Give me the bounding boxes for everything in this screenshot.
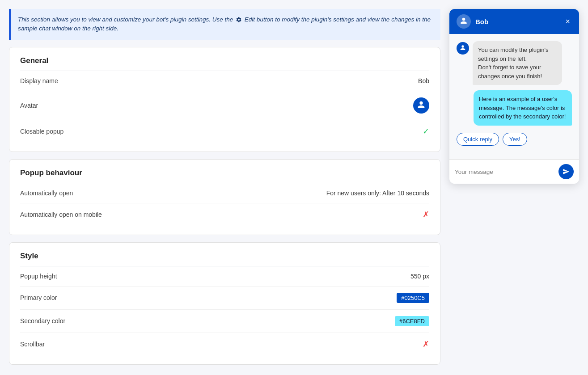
bot-small-icon (459, 45, 466, 52)
chat-header-avatar (457, 14, 471, 29)
closable-popup-label: Closable popup (20, 128, 340, 135)
primary-color-row: Primary color #0250C5 (20, 287, 429, 310)
chat-widget: Bob × You can modify the plugin's settin… (449, 9, 579, 184)
quick-replies: Quick reply Yes! (457, 131, 572, 149)
popup-behaviour-card: Popup behaviour Automatically open For n… (9, 159, 440, 235)
chat-input[interactable] (455, 169, 555, 175)
right-panel: Bob × You can modify the plugin's settin… (449, 9, 579, 365)
secondary-color-badge: #6CE8FD (395, 316, 429, 326)
auto-open-label: Automatically open (20, 190, 326, 197)
primary-color-label: Primary color (20, 294, 340, 301)
display-name-value: Bob (340, 77, 429, 84)
auto-open-mobile-row: Automatically open on mobile ✗ (20, 203, 429, 226)
bot-avatar-small (457, 42, 469, 55)
popup-height-row: Popup height 550 px (20, 266, 429, 287)
display-name-label: Display name (20, 77, 340, 84)
secondary-color-row: Secondary color #6CE8FD (20, 310, 429, 333)
send-icon (563, 168, 570, 175)
general-title: General (20, 56, 429, 71)
x-icon-scrollbar: ✗ (423, 339, 429, 349)
secondary-color-value: #6CE8FD (340, 316, 429, 326)
send-button[interactable] (558, 164, 574, 179)
avatar (413, 97, 429, 114)
chat-header: Bob × (449, 9, 579, 34)
bot-icon (416, 101, 426, 110)
chat-close-button[interactable]: × (563, 17, 572, 26)
auto-open-row: Automatically open For new users only: A… (20, 183, 429, 203)
closable-popup-row: Closable popup ✓ (20, 120, 429, 143)
popup-behaviour-title: Popup behaviour (20, 169, 429, 183)
secondary-color-label: Secondary color (20, 317, 340, 324)
popup-height-value: 550 px (340, 273, 429, 280)
quick-reply-button-1[interactable]: Quick reply (457, 133, 499, 146)
primary-color-badge: #0250C5 (397, 293, 429, 303)
display-name-row: Display name Bob (20, 71, 429, 91)
general-card: General Display name Bob Avatar (9, 47, 440, 152)
avatar-label: Avatar (20, 102, 340, 109)
info-banner: This section allows you to view and cust… (9, 9, 440, 40)
chat-header-name: Bob (475, 18, 559, 25)
bot-message-row-1: You can modify the plugin's settings on … (457, 41, 572, 85)
popup-height-label: Popup height (20, 273, 340, 280)
gear-icon (236, 17, 242, 23)
banner-text: This section allows you to view and cust… (18, 16, 431, 32)
style-title: Style (20, 252, 429, 266)
scrollbar-value: ✗ (340, 339, 429, 349)
chat-header-bot-icon (459, 17, 468, 26)
scrollbar-label: Scrollbar (20, 341, 340, 348)
style-card: Style Popup height 550 px Primary color … (9, 242, 440, 365)
avatar-row: Avatar (20, 91, 429, 120)
chat-input-row (449, 159, 579, 184)
quick-reply-button-2[interactable]: Yes! (503, 133, 527, 146)
auto-open-mobile-label: Automatically open on mobile (20, 211, 340, 218)
auto-open-mobile-value: ✗ (340, 210, 429, 219)
chat-messages: You can modify the plugin's settings on … (449, 34, 579, 159)
primary-color-value: #0250C5 (340, 293, 429, 303)
scrollbar-row: Scrollbar ✗ (20, 333, 429, 355)
user-bubble: Here is an example of a user's message. … (474, 90, 572, 126)
auto-open-value: For new users only: After 10 seconds (326, 190, 429, 197)
bot-bubble-1: You can modify the plugin's settings on … (473, 41, 562, 85)
check-icon: ✓ (423, 126, 429, 136)
avatar-value (340, 97, 429, 114)
x-icon: ✗ (423, 210, 429, 219)
closable-popup-value: ✓ (340, 126, 429, 136)
